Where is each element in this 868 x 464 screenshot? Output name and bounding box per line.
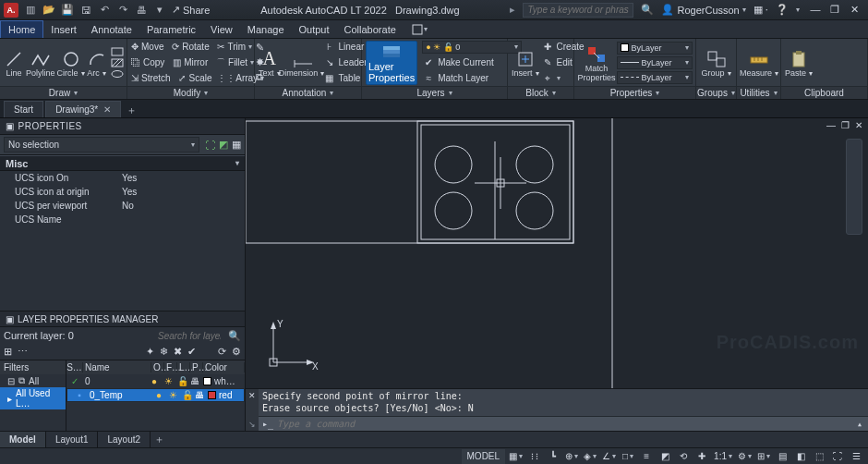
- open-icon[interactable]: 📂: [42, 4, 55, 17]
- layer-lock-icon[interactable]: 🔓: [182, 390, 195, 400]
- layer-dropdown[interactable]: ● ☀ 🔓 0▾: [422, 41, 522, 54]
- autodesk-app-icon[interactable]: ▦ ·: [753, 4, 768, 16]
- mirror-label[interactable]: Mirror: [184, 57, 208, 67]
- layer-search-input[interactable]: [154, 329, 224, 342]
- rectangle-icon[interactable]: [111, 47, 124, 56]
- status-snap-icon[interactable]: ⫶⫶: [526, 449, 543, 464]
- panel-properties-title[interactable]: Properties: [610, 88, 653, 98]
- select-objects-icon[interactable]: ▦: [232, 139, 241, 151]
- ellipse-icon[interactable]: [111, 69, 124, 79]
- tab-manage[interactable]: Manage: [240, 20, 292, 38]
- status-ortho-icon[interactable]: ┗: [545, 449, 561, 464]
- measure-button[interactable]: Measure: [741, 47, 778, 78]
- status-cycle-icon[interactable]: ⟲: [675, 449, 692, 464]
- status-quickprops-icon[interactable]: ▤: [774, 449, 790, 464]
- trim-label[interactable]: Trim: [227, 42, 246, 52]
- linetype-dropdown[interactable]: ByLayer▾: [617, 71, 693, 84]
- lpm-header[interactable]: ▣LAYER PROPERTIES MANAGER: [0, 311, 245, 327]
- panel-block-title[interactable]: Block: [525, 88, 548, 98]
- layout-add-button[interactable]: ＋: [151, 432, 167, 447]
- layer-color-swatch[interactable]: [208, 391, 216, 399]
- undo-icon[interactable]: ↶: [98, 4, 111, 17]
- model-viewport[interactable]: — ❐ ✕: [246, 118, 868, 388]
- file-tab-start[interactable]: Start: [4, 101, 43, 117]
- saveas-icon[interactable]: 🖫: [79, 4, 92, 17]
- plot-icon[interactable]: 🖶: [135, 4, 148, 17]
- color-dropdown[interactable]: ByLayer▾: [617, 42, 693, 55]
- tab-home[interactable]: Home: [0, 20, 43, 38]
- panel-utilities-title[interactable]: Utilities: [740, 88, 769, 98]
- layout-tab-model[interactable]: Model: [0, 432, 46, 447]
- category-misc[interactable]: Misc▾: [0, 155, 245, 171]
- line-button[interactable]: Line: [4, 47, 24, 78]
- filter-all-used[interactable]: ▸All Used L…: [0, 387, 66, 409]
- layer-properties-button[interactable]: LayerProperties: [366, 41, 417, 85]
- linear-label[interactable]: Linear: [339, 42, 365, 52]
- match-properties-button[interactable]: MatchProperties: [578, 43, 615, 82]
- tab-output[interactable]: Output: [292, 20, 337, 38]
- status-cleanscreen-icon[interactable]: ⛶: [829, 449, 846, 464]
- layer-lock-icon[interactable]: 🔓: [177, 376, 190, 386]
- status-otrack-icon[interactable]: □ ▾: [620, 449, 636, 464]
- lpm-set-current-icon[interactable]: ✔: [187, 346, 196, 358]
- selection-dropdown[interactable]: No selection▾: [4, 137, 199, 153]
- status-grid-icon[interactable]: ▦ ▾: [507, 449, 524, 464]
- pickadd-icon[interactable]: ◩: [219, 139, 228, 151]
- prop-val-2[interactable]: No: [122, 201, 245, 211]
- help-caret-icon[interactable]: ▾: [796, 6, 800, 14]
- close-button[interactable]: ✕: [846, 4, 862, 16]
- lpm-refresh-icon[interactable]: ⟳: [218, 346, 226, 358]
- dimension-button[interactable]: Dimension: [283, 47, 321, 78]
- redo-icon[interactable]: ↷: [116, 4, 129, 17]
- copy-icon[interactable]: ⿻: [131, 56, 140, 69]
- search-go-icon[interactable]: 🔍: [641, 4, 654, 16]
- edit-block-icon[interactable]: ✎: [541, 56, 554, 69]
- lpm-settings-icon[interactable]: ⚙: [232, 346, 241, 358]
- layer-plot-icon[interactable]: 🖶: [195, 390, 208, 400]
- tab-view[interactable]: View: [203, 20, 240, 38]
- layer-row-0[interactable]: ✓ 0 ● ☀ 🔓 🖶 wh…: [66, 374, 245, 388]
- layout-tab-layout2[interactable]: Layout2: [98, 432, 151, 447]
- matchlayer-icon[interactable]: ≈: [422, 72, 435, 85]
- panel-groups-title[interactable]: Groups: [697, 88, 728, 98]
- layer-name-cell[interactable]: 0_Temp: [88, 390, 156, 400]
- panel-modify-title[interactable]: Modify: [174, 88, 200, 98]
- file-tab-drawing3[interactable]: Drawing3*✕: [45, 101, 121, 117]
- scale-label[interactable]: Scale: [188, 73, 211, 83]
- layer-freeze-icon[interactable]: ☀: [164, 376, 177, 386]
- cmd-handle-icon[interactable]: ↘: [248, 420, 256, 429]
- help-icon[interactable]: ❔: [776, 4, 789, 16]
- new-tab-button[interactable]: ＋: [123, 104, 139, 117]
- status-hardware-icon[interactable]: ⬚: [811, 449, 827, 464]
- circle-button[interactable]: Circle: [57, 47, 85, 78]
- leader-icon[interactable]: ↘: [323, 56, 336, 69]
- status-gear-icon[interactable]: ⚙ ▾: [736, 449, 753, 464]
- tab-insert[interactable]: Insert: [43, 20, 84, 38]
- mirror-icon[interactable]: ▥: [173, 56, 181, 69]
- edit-attr-icon[interactable]: ⌖: [541, 72, 554, 85]
- share-button[interactable]: ↗ Share: [172, 4, 210, 16]
- status-annoscale-icon[interactable]: ✚: [693, 449, 710, 464]
- layer-list-header[interactable]: S… Name O… F… L… P… Color: [66, 360, 245, 374]
- navigation-bar[interactable]: [846, 139, 862, 235]
- lpm-group-filter-icon[interactable]: ⋯: [18, 346, 28, 358]
- rotate-label[interactable]: Rotate: [182, 42, 209, 52]
- status-polar-icon[interactable]: ⊕ ▾: [563, 449, 580, 464]
- search-caret-icon[interactable]: ▸: [510, 4, 515, 16]
- lpm-delete-layer-icon[interactable]: ✖: [174, 346, 182, 358]
- filter-all[interactable]: ⊟⧉All: [0, 374, 66, 387]
- status-scale-button[interactable]: 1:1 ▾: [712, 449, 734, 464]
- layer-freeze-icon[interactable]: ☀: [169, 390, 182, 400]
- lineweight-dropdown[interactable]: ByLayer▾: [617, 56, 693, 69]
- fillet-icon[interactable]: ⌒: [216, 56, 225, 69]
- linear-icon[interactable]: ⊦: [323, 41, 336, 54]
- group-button[interactable]: Group: [700, 47, 732, 78]
- layout-tab-layout1[interactable]: Layout1: [46, 432, 99, 447]
- status-lwt-icon[interactable]: ≡: [638, 449, 655, 464]
- tab-parametric[interactable]: Parametric: [139, 20, 203, 38]
- maximize-button[interactable]: ❐: [826, 4, 843, 16]
- minimize-button[interactable]: —: [807, 4, 824, 15]
- command-input[interactable]: [277, 419, 864, 429]
- array-icon[interactable]: ⋮⋮: [220, 72, 233, 85]
- tab-featured[interactable]: ▾: [404, 20, 435, 38]
